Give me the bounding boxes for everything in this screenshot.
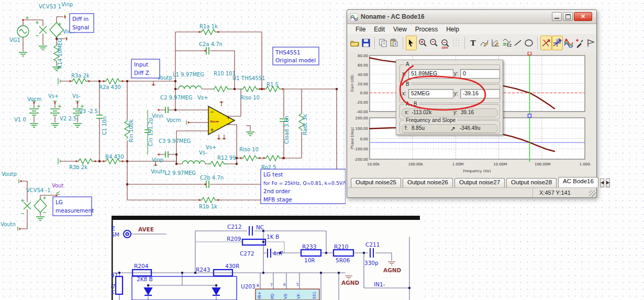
net-label: Vs+ [197, 95, 208, 101]
phase-axis-label: Phase [deg] [350, 127, 354, 149]
phase-tick: -100.00 [354, 147, 368, 151]
pcb-net-label: AVEE [138, 226, 154, 232]
tab-output-noise27[interactable]: Output noise27 [454, 178, 505, 187]
tab-ac-bode16[interactable]: AC Bode16 [558, 177, 598, 187]
cursor-b-y-field[interactable]: -39.16 [460, 89, 500, 98]
copy-button[interactable] [377, 36, 388, 50]
text-tool-button[interactable]: T [468, 36, 479, 50]
tab-scroll-left-button[interactable]: ◀ [600, 179, 604, 187]
net-label: Voutp [2, 171, 17, 177]
edit-axis-button[interactable] [490, 36, 501, 50]
grid-icon [452, 39, 460, 47]
cursor-a-x-field[interactable]: 51.89MEG [408, 69, 453, 79]
menu-bar: File Edit View Process Help [347, 24, 596, 35]
component-label: R1a 1k [199, 24, 218, 29]
pcb-ref: R233 [302, 243, 316, 250]
picker-button[interactable] [574, 36, 585, 50]
cursor-measurement-panel[interactable]: A x: 51.89MEG y: 0 B x: 52MEG y: -39.16 … [396, 60, 503, 135]
component-label: L1 9.97MEG [173, 72, 204, 77]
pcb-ref: 197 [111, 272, 118, 279]
cursor-b-button[interactable]: b [552, 36, 563, 50]
open-button[interactable] [349, 36, 360, 50]
svg-text:for Fo = 25kHz, Q=0.81, k=0.5V: for Fo = 25kHz, Q=0.81, k=0.5V/V [263, 180, 346, 186]
tab-output-noise28[interactable]: Output noise28 [506, 178, 557, 187]
pcb-value: 1K B [267, 234, 279, 240]
title-bar[interactable]: Noname - AC Bode16 ✕ [347, 10, 596, 24]
gain-axis-label: Gain (dB) [350, 74, 354, 92]
svg-text:MFB stage: MFB stage [263, 196, 292, 203]
close-button[interactable]: ✕ [574, 12, 592, 21]
svg-text:LG: LG [55, 199, 63, 205]
svg-text:a: a [547, 38, 550, 43]
legend-button[interactable]: Ez [501, 36, 512, 50]
freq-tick: 1.00M [452, 162, 464, 166]
maximize-button[interactable] [563, 12, 573, 21]
zoom-out-button[interactable] [428, 36, 439, 50]
freq-axis-label: Frequency (Hz) [463, 169, 491, 173]
tab-output-noise26[interactable]: Output noise26 [403, 178, 453, 187]
edit-curve-button[interactable] [479, 36, 490, 50]
toolbar-separator [462, 37, 465, 49]
menu-help[interactable]: Help [442, 25, 463, 34]
svg-text:measurement: measurement [55, 207, 94, 214]
phase-tick: 200.00 [356, 116, 369, 120]
pcb-schematic-fragment[interactable]: AVEE OSM AVEE C212 NC R209 1K B R204 2K8… [111, 214, 421, 300]
pcb-value: 330p [364, 260, 379, 266]
component-label: R1b 1k [199, 204, 217, 209]
cursor-a-button[interactable]: a [540, 36, 551, 50]
cursor-b-x-field[interactable]: 52MEG [408, 89, 453, 98]
pcb-net-label: OSM [111, 231, 119, 238]
net-label: Vinp [61, 2, 73, 7]
ac-bode-window[interactable]: Noname - AC Bode16 ✕ File Edit View Proc… [347, 9, 597, 198]
pcb-ref: R204 [134, 263, 149, 269]
net-label: Vocm [27, 96, 41, 102]
schematic-canvas[interactable]: VCVS3 1 Vinp Vinn VG1 R14 10MEG R3a 2k R… [0, 0, 346, 251]
zoom-100-button[interactable]: 100% [439, 36, 450, 50]
component-label: Riso 10 [240, 95, 260, 101]
copy-icon [379, 38, 388, 48]
zoom-in-button[interactable] [417, 36, 428, 50]
phase-tick: 0.00 [360, 137, 368, 141]
toolbar-separator [535, 37, 538, 49]
axis-pen-icon [491, 38, 500, 48]
menu-process[interactable]: Process [411, 25, 442, 34]
cursor-a-y-field[interactable]: 0 [460, 69, 500, 79]
pointer-tool-button[interactable] [406, 36, 417, 50]
save-button[interactable] [360, 36, 371, 50]
gain-tick: -20.00 [356, 101, 368, 105]
cursor-a-icon: a [541, 38, 551, 48]
tina-app-icon [350, 13, 358, 21]
multi-wave-icon [564, 38, 573, 48]
component-label: C2 9.97MEG [160, 95, 192, 101]
svg-text:b: b [558, 38, 562, 43]
opamp-vocm-label: Vocm [210, 120, 219, 123]
component-label: R3a 2k [71, 73, 90, 79]
minimize-icon [554, 18, 559, 19]
menu-file[interactable]: File [351, 25, 370, 34]
component-label: VCVS4 -1 [26, 187, 51, 193]
menu-view[interactable]: View [389, 25, 411, 34]
resize-grip[interactable] [589, 190, 596, 197]
tab-output-noise25[interactable]: Output noise25 [351, 178, 401, 187]
add-curves-button[interactable] [563, 36, 574, 50]
grid-button[interactable] [450, 36, 461, 50]
pcb-value: 5R06 [336, 257, 350, 263]
component-label: C2a 4.7n [199, 41, 223, 47]
ellipse-tool-button[interactable] [524, 36, 535, 50]
net-label: Vs+ [48, 93, 59, 99]
net-label: Vout [52, 183, 64, 188]
minimize-button[interactable] [552, 12, 562, 21]
menu-edit[interactable]: Edit [370, 25, 389, 34]
paste-button[interactable] [388, 36, 399, 50]
paste-icon [390, 38, 399, 48]
cursor-ab-group-label: A - B [404, 101, 419, 107]
component-label: Cin 151.2p [148, 118, 153, 146]
tab-scroll-right-button[interactable]: ▶ [606, 179, 610, 187]
component-label: C3 9.97MEG [159, 138, 191, 144]
cursor-ab-y-value: 39.16 [461, 109, 474, 115]
line-tool-button[interactable] [512, 36, 523, 50]
gain-tick: 80.00 [358, 54, 368, 58]
flag-tool-button[interactable] [585, 36, 596, 50]
pcb-pin-name: VF- [296, 293, 301, 299]
component-label: U1 THS4551 [232, 75, 265, 81]
